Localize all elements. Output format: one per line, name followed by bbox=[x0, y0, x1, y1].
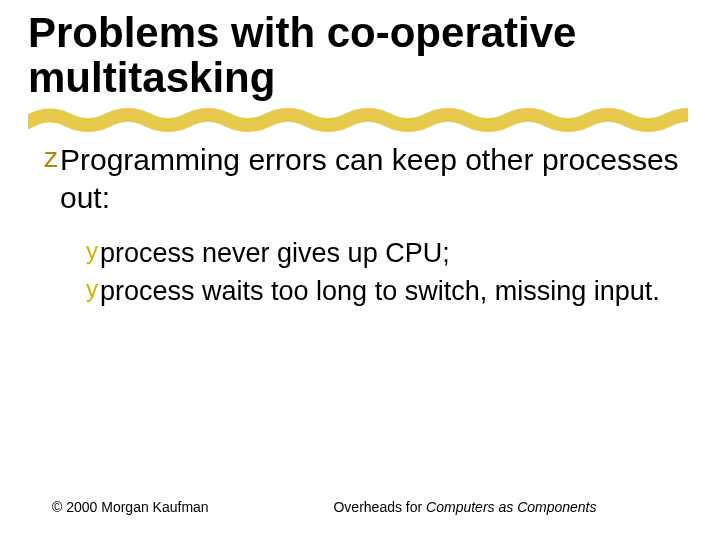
sub-bullet-text: process waits too long to switch, missin… bbox=[100, 274, 660, 309]
footer: © 2000 Morgan Kaufman Overheads for Comp… bbox=[0, 499, 720, 517]
underline-squiggle-icon bbox=[28, 106, 688, 134]
sub-bullet: y process waits too long to switch, miss… bbox=[86, 274, 692, 309]
main-bullet-text: Programming errors can keep other proces… bbox=[60, 141, 692, 218]
main-bullet: z Programming errors can keep other proc… bbox=[44, 141, 692, 218]
bullet-icon: y bbox=[86, 274, 98, 304]
sub-bullet: y process never gives up CPU; bbox=[86, 236, 692, 271]
slide-title: Problems with co-operative multitasking bbox=[28, 10, 692, 101]
sub-bullet-list: y process never gives up CPU; y process … bbox=[44, 236, 692, 309]
bullet-icon: z bbox=[44, 141, 58, 175]
footer-center-italic: Computers as Components bbox=[426, 499, 596, 515]
bullet-icon: y bbox=[86, 236, 98, 266]
slide: Problems with co-operative multitasking … bbox=[0, 0, 720, 540]
footer-copyright: © 2000 Morgan Kaufman bbox=[0, 499, 210, 517]
content-area: z Programming errors can keep other proc… bbox=[28, 141, 692, 309]
sub-bullet-text: process never gives up CPU; bbox=[100, 236, 450, 271]
title-block: Problems with co-operative multitasking bbox=[28, 10, 692, 101]
footer-center-prefix: Overheads for bbox=[333, 499, 426, 515]
footer-center: Overheads for Computers as Components bbox=[210, 499, 720, 517]
